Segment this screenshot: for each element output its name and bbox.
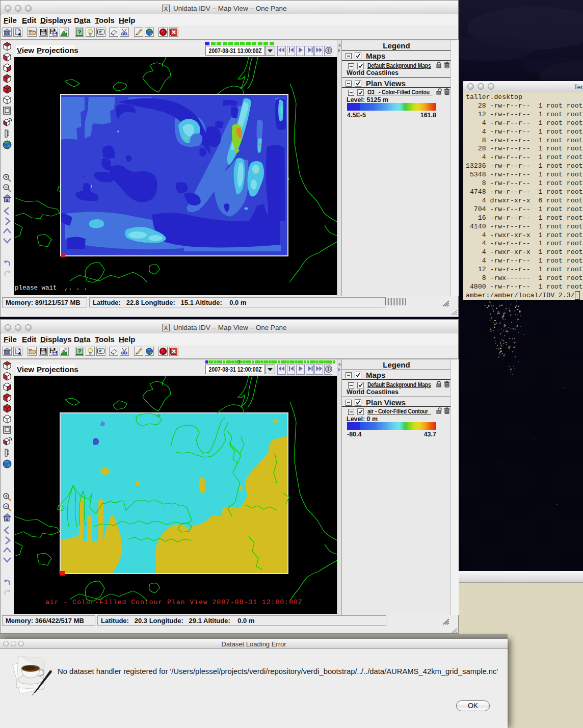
svg-text:?: ? bbox=[78, 29, 82, 35]
svg-text:?: ? bbox=[78, 348, 82, 354]
